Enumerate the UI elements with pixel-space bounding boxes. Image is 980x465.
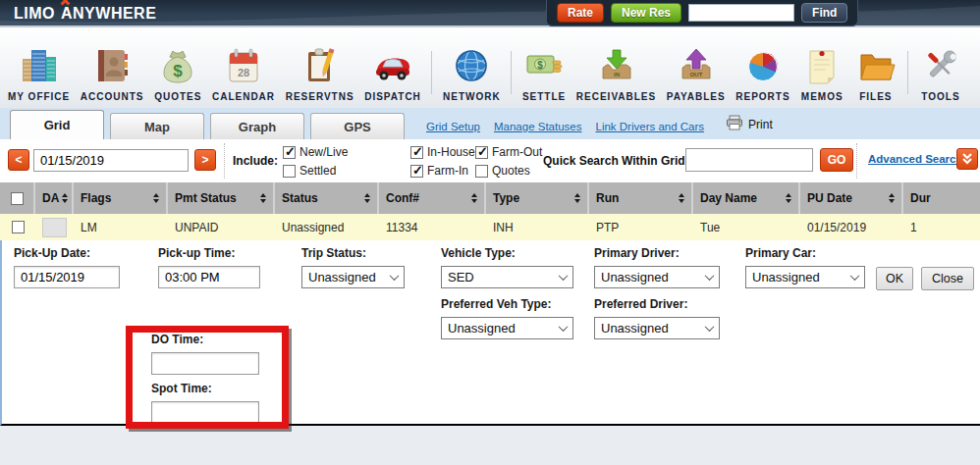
toolbar-item-accounts[interactable]: ACCOUNTS	[81, 42, 144, 102]
row-status-cell: Unassigned	[275, 214, 379, 240]
chevron-down-icon	[705, 322, 715, 332]
top-search-input[interactable]	[688, 4, 794, 22]
tab-grid[interactable]: Grid	[10, 110, 104, 139]
checkbox-in-house[interactable]: In-House	[410, 145, 475, 159]
ok-button[interactable]: OK	[876, 267, 913, 290]
svg-text:IN: IN	[614, 72, 620, 78]
new-live-checkbox[interactable]	[283, 146, 296, 159]
vehicle-type-group: Vehicle Type: SED	[441, 246, 573, 288]
preferred-driver-select[interactable]: Unassigned	[594, 317, 720, 339]
column-header-status[interactable]: Status	[275, 182, 379, 214]
advanced-search-expand-button[interactable]	[956, 148, 978, 170]
tab-gps[interactable]: GPS	[310, 113, 405, 139]
toolbar-item-receivables[interactable]: IN RECEIVABLES	[576, 42, 656, 102]
main-toolbar: MY OFFICE ACCOUNTS $ QUOTES 28 CALENDAR	[0, 27, 980, 108]
reservation-table-row[interactable]: LM UNPAID Unassigned 11334 INH PTP Tue 0…	[0, 214, 980, 240]
link-drivers-cars-link[interactable]: Link Drivers and Cars	[596, 121, 705, 132]
column-header-conf[interactable]: Conf#	[379, 182, 486, 214]
pickup-date-group: Pick-Up Date:	[14, 246, 120, 288]
column-header-run[interactable]: Run	[589, 182, 693, 214]
column-header-day-name[interactable]: Day Name	[693, 182, 800, 214]
row-run-cell: PTP	[589, 214, 693, 240]
toolbar-item-quotes[interactable]: $ QUOTES	[154, 42, 201, 102]
trip-status-select[interactable]: Unassigned	[301, 266, 405, 288]
toolbar-item-my-office[interactable]: MY OFFICE	[8, 42, 70, 102]
toolbar-item-dispatch[interactable]: DISPATCH	[364, 42, 421, 102]
toolbar-item-payables[interactable]: OUT PAYABLES	[667, 42, 726, 102]
toolbar-item-reservtns[interactable]: RESERVTNS	[286, 42, 354, 102]
checkbox-quotes[interactable]: Quotes	[475, 164, 530, 178]
pickup-time-group: Pick-up Time:	[158, 246, 260, 288]
grid-date-input[interactable]	[33, 149, 189, 172]
toolbar-item-files[interactable]: FILES	[854, 42, 898, 102]
preferred-driver-label: Preferred Driver:	[594, 297, 720, 311]
pickup-time-label: Pick-up Time:	[158, 246, 260, 260]
rate-button[interactable]: Rate	[557, 3, 604, 23]
toolbar-item-calendar[interactable]: 28 CALENDAR	[212, 42, 275, 102]
advanced-search-link[interactable]: Advanced Search	[868, 153, 963, 165]
toolbar-item-reports[interactable]: REPORTS	[735, 42, 789, 102]
sort-icon	[153, 193, 159, 203]
preferred-veh-type-select[interactable]: Unassigned	[441, 317, 573, 339]
pie-chart-icon	[741, 42, 785, 89]
toolbar-item-tools[interactable]: TOOLS	[919, 42, 962, 102]
settled-checkbox[interactable]	[283, 165, 296, 178]
toolbar-item-memos[interactable]: MEMOS	[800, 42, 844, 102]
sort-icon	[679, 193, 684, 203]
checkbox-label: Farm-Out	[492, 145, 542, 159]
toolbar-item-label: MEMOS	[801, 91, 844, 102]
toolbar-item-label: DISPATCH	[364, 91, 421, 102]
column-header-pmt-status[interactable]: Pmt Status	[168, 182, 275, 214]
close-button[interactable]: Close	[921, 267, 974, 290]
find-button[interactable]: Find	[801, 3, 847, 23]
quotes-checkbox[interactable]	[475, 165, 488, 178]
grid-setup-link[interactable]: Grid Setup	[426, 121, 480, 132]
checkbox-settled[interactable]: Settled	[283, 164, 336, 178]
toolbar-item-label: TOOLS	[921, 91, 959, 102]
row-checkbox[interactable]	[12, 221, 25, 233]
toolbar-item-network[interactable]: NETWORK	[443, 42, 501, 102]
print-button[interactable]: Print	[726, 115, 773, 134]
select-all-header-cell[interactable]	[0, 182, 35, 214]
farm-out-checkbox[interactable]	[475, 146, 488, 159]
vehicle-type-select[interactable]: SED	[441, 266, 573, 288]
chevron-down-icon	[850, 271, 860, 281]
in-house-checkbox[interactable]	[410, 146, 423, 159]
chevron-down-icon	[559, 271, 569, 281]
column-header-pu-date[interactable]: PU Date	[800, 182, 903, 214]
row-da-cell	[35, 214, 74, 240]
column-header-type[interactable]: Type	[486, 182, 589, 214]
prev-date-button[interactable]: <	[8, 149, 29, 171]
quick-search-input[interactable]	[685, 148, 813, 172]
checkbox-farm-out[interactable]: Farm-Out	[475, 145, 542, 159]
toolbar-divider	[511, 51, 512, 94]
toolbar-item-settle[interactable]: $ SETTLE	[522, 42, 566, 102]
go-button[interactable]: GO	[820, 148, 853, 172]
tab-map[interactable]: Map	[110, 113, 204, 139]
select-all-checkbox[interactable]	[11, 192, 24, 205]
new-res-button[interactable]: New Res	[611, 3, 681, 23]
grid-header: DA Flags Pmt Status Status Conf# Type Ru…	[0, 182, 980, 214]
include-label: Include:	[233, 154, 278, 168]
column-header-da[interactable]: DA	[35, 182, 74, 214]
toolbar-divider	[907, 51, 908, 94]
checkbox-farm-in[interactable]: Farm-In	[410, 164, 468, 178]
tab-graph[interactable]: Graph	[210, 113, 304, 139]
next-date-button[interactable]: >	[194, 149, 216, 171]
preferred-veh-type-label: Preferred Veh Type:	[441, 297, 573, 311]
outbox-out-arrow-icon: OUT	[675, 42, 718, 89]
toolbar-item-label: PAYABLES	[667, 91, 726, 102]
checkbox-label: Farm-In	[427, 164, 468, 178]
pickup-time-input[interactable]	[158, 266, 260, 288]
app-logo: LIMOANYWHERE	[14, 5, 156, 23]
sort-icon	[889, 193, 895, 203]
column-header-flags[interactable]: Flags	[74, 182, 168, 214]
farm-in-checkbox[interactable]	[410, 165, 423, 178]
topbar: LIMOANYWHERE Rate New Res Find	[0, 0, 980, 27]
manage-statuses-link[interactable]: Manage Statuses	[494, 121, 582, 132]
pickup-date-input[interactable]	[14, 266, 120, 288]
primary-car-select[interactable]: Unassigned	[745, 266, 865, 288]
primary-driver-select[interactable]: Unassigned	[594, 266, 720, 288]
checkbox-new-live[interactable]: New/Live	[283, 145, 348, 159]
column-header-dur[interactable]: Dur	[903, 182, 980, 214]
